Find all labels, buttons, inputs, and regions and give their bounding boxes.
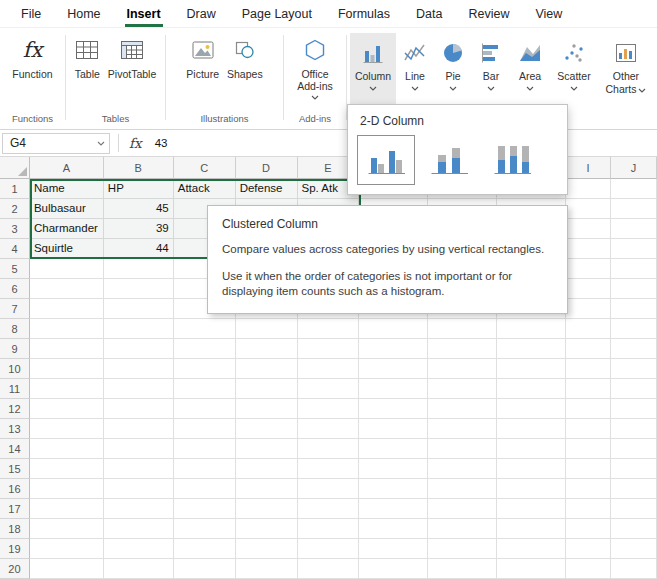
cell-C19[interactable]	[174, 539, 236, 559]
row-header-5[interactable]: 5	[0, 259, 30, 279]
cell-D16[interactable]	[236, 479, 298, 499]
cell-G9[interactable]	[428, 339, 497, 359]
cell-I9[interactable]	[566, 339, 611, 359]
cell-I1[interactable]	[566, 179, 611, 199]
cell-J4[interactable]	[611, 239, 657, 259]
cell-H18[interactable]	[497, 519, 566, 539]
cell-H13[interactable]	[497, 419, 566, 439]
cell-F11[interactable]	[359, 379, 428, 399]
cell-J19[interactable]	[611, 539, 657, 559]
cell-B4[interactable]: 44	[104, 239, 174, 259]
cell-J10[interactable]	[611, 359, 657, 379]
cell-B2[interactable]: 45	[104, 199, 174, 219]
other-charts-button[interactable]: Other Charts	[598, 33, 654, 123]
stacked-column-option[interactable]	[420, 135, 478, 185]
cell-B14[interactable]	[104, 439, 174, 459]
cell-G12[interactable]	[428, 399, 497, 419]
cell-E10[interactable]	[298, 359, 360, 379]
cell-B3[interactable]: 39	[104, 219, 174, 239]
cell-B17[interactable]	[104, 499, 174, 519]
row-header-14[interactable]: 14	[0, 439, 30, 459]
cell-C14[interactable]	[174, 439, 236, 459]
column-header-C[interactable]: C	[174, 157, 236, 179]
cell-D13[interactable]	[236, 419, 298, 439]
cell-B11[interactable]	[104, 379, 174, 399]
cell-A20[interactable]	[30, 559, 104, 579]
cell-B9[interactable]	[104, 339, 174, 359]
column-header-A[interactable]: A	[30, 157, 104, 179]
cell-A5[interactable]	[30, 259, 104, 279]
cell-B15[interactable]	[104, 459, 174, 479]
cell-C20[interactable]	[174, 559, 236, 579]
cell-D17[interactable]	[236, 499, 298, 519]
cell-H17[interactable]	[497, 499, 566, 519]
row-header-20[interactable]: 20	[0, 559, 30, 579]
cell-E13[interactable]	[298, 419, 360, 439]
cell-B18[interactable]	[104, 519, 174, 539]
cell-D19[interactable]	[236, 539, 298, 559]
tab-home[interactable]: Home	[54, 0, 113, 27]
tab-review[interactable]: Review	[455, 0, 522, 27]
cell-B1[interactable]: HP	[104, 179, 174, 199]
cell-J12[interactable]	[611, 399, 657, 419]
cell-J5[interactable]	[611, 259, 657, 279]
tab-page-layout[interactable]: Page Layout	[229, 0, 325, 27]
cell-G17[interactable]	[428, 499, 497, 519]
cell-C8[interactable]	[174, 319, 236, 339]
row-header-10[interactable]: 10	[0, 359, 30, 379]
cell-E9[interactable]	[298, 339, 360, 359]
cell-D14[interactable]	[236, 439, 298, 459]
cell-C16[interactable]	[174, 479, 236, 499]
cell-G11[interactable]	[428, 379, 497, 399]
column-header-B[interactable]: B	[104, 157, 174, 179]
cell-C18[interactable]	[174, 519, 236, 539]
cell-J6[interactable]	[611, 279, 657, 299]
cell-B12[interactable]	[104, 399, 174, 419]
cell-F18[interactable]	[359, 519, 428, 539]
name-box[interactable]: G4	[2, 133, 110, 154]
cell-B13[interactable]	[104, 419, 174, 439]
cell-C15[interactable]	[174, 459, 236, 479]
cell-A11[interactable]	[30, 379, 104, 399]
cell-J14[interactable]	[611, 439, 657, 459]
office-add-ins-button[interactable]: Office Add-ins	[293, 33, 337, 102]
cell-A2[interactable]: Bulbasaur	[30, 199, 104, 219]
cell-A16[interactable]	[30, 479, 104, 499]
cell-I16[interactable]	[566, 479, 611, 499]
cell-F10[interactable]	[359, 359, 428, 379]
cell-B19[interactable]	[104, 539, 174, 559]
cell-G20[interactable]	[428, 559, 497, 579]
cell-C11[interactable]	[174, 379, 236, 399]
cell-H12[interactable]	[497, 399, 566, 419]
cell-I10[interactable]	[566, 359, 611, 379]
cell-G8[interactable]	[428, 319, 497, 339]
cell-B7[interactable]	[104, 299, 174, 319]
cell-D18[interactable]	[236, 519, 298, 539]
cell-J9[interactable]	[611, 339, 657, 359]
row-header-19[interactable]: 19	[0, 539, 30, 559]
row-header-9[interactable]: 9	[0, 339, 30, 359]
row-header-13[interactable]: 13	[0, 419, 30, 439]
row-header-7[interactable]: 7	[0, 299, 30, 319]
cell-F16[interactable]	[359, 479, 428, 499]
100-percent-stacked-column-option[interactable]	[483, 135, 541, 185]
cell-D20[interactable]	[236, 559, 298, 579]
cell-F8[interactable]	[359, 319, 428, 339]
shapes-button[interactable]: Shapes	[223, 33, 267, 82]
cell-C17[interactable]	[174, 499, 236, 519]
row-header-17[interactable]: 17	[0, 499, 30, 519]
cell-I19[interactable]	[566, 539, 611, 559]
cell-E11[interactable]	[298, 379, 360, 399]
cell-G18[interactable]	[428, 519, 497, 539]
cell-I8[interactable]	[566, 319, 611, 339]
cell-A17[interactable]	[30, 499, 104, 519]
cell-C9[interactable]	[174, 339, 236, 359]
cell-J8[interactable]	[611, 319, 657, 339]
row-header-15[interactable]: 15	[0, 459, 30, 479]
cell-I4[interactable]	[566, 239, 611, 259]
cell-I17[interactable]	[566, 499, 611, 519]
cell-E18[interactable]	[298, 519, 360, 539]
cell-A8[interactable]	[30, 319, 104, 339]
cell-C12[interactable]	[174, 399, 236, 419]
cell-J3[interactable]	[611, 219, 657, 239]
